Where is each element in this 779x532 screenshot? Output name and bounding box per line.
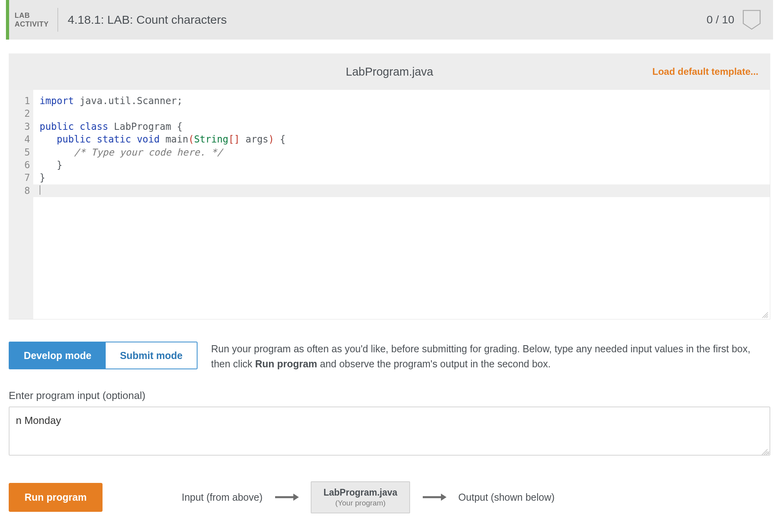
svg-marker-1: [293, 494, 299, 501]
mode-description: Run your program as often as you'd like,…: [211, 342, 770, 371]
editor-card: LabProgram.java Load default template...…: [9, 53, 770, 319]
textarea-resize-handle[interactable]: [762, 449, 768, 455]
program-input[interactable]: [9, 407, 770, 456]
flow-input-label: Input (from above): [182, 492, 262, 503]
activity-type-tag: LAB ACTIVITY: [9, 8, 58, 32]
svg-marker-3: [441, 494, 446, 501]
arrow-right-icon: [274, 492, 299, 502]
run-program-button[interactable]: Run program: [9, 483, 103, 512]
program-flow-box: LabProgram.java (Your program): [311, 481, 410, 513]
editor-resize-handle[interactable]: [762, 312, 768, 318]
program-flow-subtitle: (Your program): [323, 498, 397, 508]
mode-desc-bold: Run program: [255, 358, 317, 369]
flow-output-label: Output (shown below): [458, 492, 555, 503]
arrow-right-icon: [422, 492, 446, 502]
run-row: Run program Input (from above) LabProgra…: [9, 481, 770, 513]
activity-tag-line2: ACTIVITY: [15, 20, 49, 29]
program-flow-title: LabProgram.java: [323, 487, 397, 498]
tab-develop-mode[interactable]: Develop mode: [10, 342, 106, 369]
mode-desc-post: and observe the program's output in the …: [317, 358, 551, 369]
line-number-gutter: 12345678: [9, 90, 33, 319]
mode-tabs: Develop mode Submit mode: [9, 342, 198, 369]
program-input-section: Enter program input (optional): [9, 390, 770, 458]
program-input-label: Enter program input (optional): [9, 390, 770, 402]
tab-submit-mode[interactable]: Submit mode: [106, 342, 197, 369]
mode-row: Develop mode Submit mode Run your progra…: [9, 342, 770, 371]
editor-header: LabProgram.java Load default template...: [9, 53, 770, 90]
load-default-template-link[interactable]: Load default template...: [652, 66, 758, 77]
activity-tag-line1: LAB: [15, 11, 49, 20]
editor-filename: LabProgram.java: [346, 65, 433, 78]
activity-score: 0 / 10: [707, 13, 734, 26]
activity-header: LAB ACTIVITY 4.18.1: LAB: Count characte…: [6, 0, 773, 40]
score-badge-icon: [742, 10, 761, 30]
activity-title: 4.18.1: LAB: Count characters: [58, 13, 707, 27]
code-editor[interactable]: 12345678 import java.util.Scanner; publi…: [9, 90, 770, 319]
code-content[interactable]: import java.util.Scanner; public class L…: [33, 90, 770, 319]
